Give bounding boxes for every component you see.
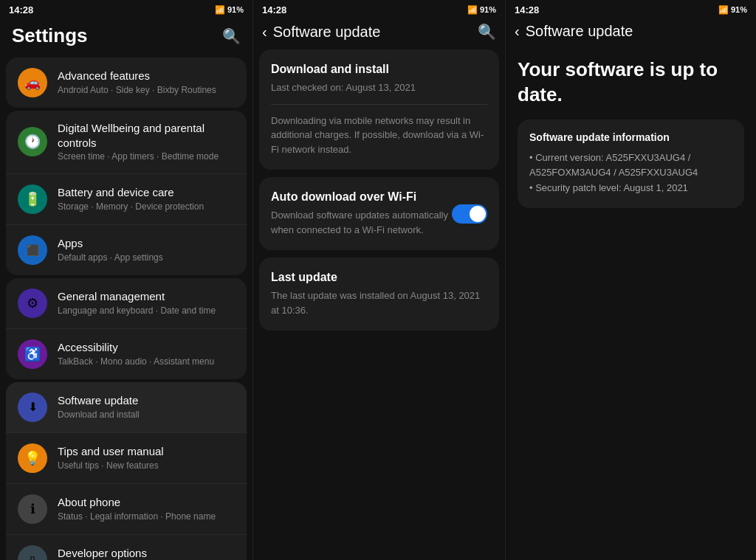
accessibility-title: Accessibility (58, 340, 235, 355)
battery-title: Battery and device care (58, 185, 235, 200)
settings-item-about[interactable]: ℹ About phone Status · Legal information… (6, 484, 247, 535)
advanced-features-icon: 🚗 (18, 68, 47, 97)
settings-item-battery[interactable]: 🔋 Battery and device care Storage · Memo… (6, 174, 247, 225)
settings-header: Settings 🔍 (0, 18, 252, 55)
general-management-title: General management (58, 289, 235, 304)
about-title: About phone (58, 495, 235, 510)
status-icons-2: 📶 91% (467, 5, 496, 15)
tips-subtitle: Useful tips · New features (58, 460, 235, 472)
time-3: 14:28 (515, 4, 539, 15)
settings-item-general-management[interactable]: ⚙ General management Language and keyboa… (6, 278, 247, 329)
uptodate-header-title: Software update (526, 23, 633, 40)
info-line-3: • Security patch level: August 1, 2021 (529, 181, 732, 196)
uptodate-main: Your software is up to date. Software up… (506, 46, 756, 220)
battery-subtitle: Storage · Memory · Device protection (58, 201, 235, 213)
uptodate-panel: 14:28 📶 91% ‹ Software update Your softw… (505, 0, 756, 560)
developer-title: Developer options (58, 546, 235, 560)
advanced-features-subtitle: Android Auto · Side key · Bixby Routines (58, 85, 235, 97)
auto-download-subtitle: Download software updates automatically … (271, 208, 452, 237)
software-update-title: Software update (58, 393, 235, 408)
uptodate-message: Your software is up to date. (518, 58, 744, 108)
software-update-icon: ⬇ (18, 393, 47, 422)
digital-wellbeing-subtitle: Screen time · App timers · Bedtime mode (58, 151, 235, 163)
settings-item-accessibility[interactable]: ♿ Accessibility TalkBack · Mono audio · … (6, 329, 247, 379)
settings-item-digital-wellbeing[interactable]: 🕐 Digital Wellbeing and parental control… (6, 111, 247, 174)
about-icon: ℹ (18, 494, 47, 524)
settings-group-wellbeing: 🕐 Digital Wellbeing and parental control… (6, 111, 247, 275)
uptodate-info-card: Software update information • Current ve… (518, 120, 744, 208)
settings-item-developer[interactable]: {} Developer options Developer options (6, 535, 247, 560)
divider-1 (271, 104, 487, 105)
time-2: 14:28 (262, 4, 286, 15)
general-management-icon: ⚙ (18, 288, 47, 318)
status-icons-1: 📶 91% (215, 5, 244, 15)
developer-icon: {} (18, 545, 47, 560)
back-button-sw[interactable]: ‹ (262, 24, 267, 41)
auto-download-toggle[interactable] (452, 204, 487, 224)
download-install-title: Download and install (271, 63, 487, 76)
uptodate-info-heading: Software update information (529, 131, 732, 143)
apps-subtitle: Default apps · App settings (58, 252, 235, 264)
sw-update-header: ‹ Software update 🔍 (253, 18, 505, 44)
sw-cards-container: Download and install Last checked on: Au… (253, 44, 505, 336)
status-bar-1: 14:28 📶 91% (0, 0, 252, 18)
settings-group-advanced: 🚗 Advanced features Android Auto · Side … (6, 58, 247, 108)
status-bar-2: 14:28 📶 91% (253, 0, 505, 18)
search-button[interactable]: 🔍 (222, 27, 241, 45)
settings-list: 🚗 Advanced features Android Auto · Side … (0, 55, 252, 560)
settings-item-software-update[interactable]: ⬇ Software update Download and install (6, 382, 247, 433)
back-button-uptodate[interactable]: ‹ (515, 23, 520, 40)
general-management-subtitle: Language and keyboard · Date and time (58, 305, 235, 317)
settings-group-management: ⚙ General management Language and keyboa… (6, 278, 247, 379)
info-line-2: A525FOXM3AUG4 / A525FXXU3AUG4 (529, 165, 732, 181)
battery-icon: 🔋 (18, 184, 47, 214)
uptodate-info-text: • Current version: A525FXXU3AUG4 / A525F… (529, 151, 732, 196)
about-subtitle: Status · Legal information · Phone name (58, 511, 235, 523)
search-sw-button[interactable]: 🔍 (478, 23, 496, 41)
settings-title: Settings (12, 24, 88, 47)
accessibility-icon: ♿ (18, 339, 47, 369)
accessibility-subtitle: TalkBack · Mono audio · Assistant menu (58, 356, 235, 368)
auto-download-title: Auto download over Wi-Fi (271, 190, 452, 204)
last-update-title: Last update (271, 271, 487, 284)
status-icons-3: 📶 91% (718, 4, 747, 15)
settings-item-tips[interactable]: 💡 Tips and user manual Useful tips · New… (6, 433, 247, 484)
apps-icon: ⬛ (18, 235, 47, 265)
digital-wellbeing-title: Digital Wellbeing and parental controls (58, 121, 235, 150)
software-update-subtitle: Download and install (58, 409, 235, 421)
settings-item-advanced-features[interactable]: 🚗 Advanced features Android Auto · Side … (6, 58, 247, 108)
settings-item-apps[interactable]: ⬛ Apps Default apps · App settings (6, 225, 247, 275)
advanced-features-title: Advanced features (58, 69, 235, 83)
software-update-panel: 14:28 📶 91% ‹ Software update 🔍 Download… (252, 0, 505, 560)
settings-group-system: ⬇ Software update Download and install 💡… (6, 382, 247, 560)
tips-icon: 💡 (18, 443, 47, 473)
tips-title: Tips and user manual (58, 444, 235, 459)
time-1: 14:28 (9, 4, 33, 15)
settings-panel: 14:28 📶 91% Settings 🔍 🚗 Advanced featur… (0, 0, 252, 560)
apps-title: Apps (58, 236, 235, 251)
download-install-extra: Downloading via mobile networks may resu… (271, 114, 487, 157)
last-update-card: Last update The last update was installe… (259, 257, 499, 331)
digital-wellbeing-icon: 🕐 (18, 127, 47, 156)
info-line-1: • Current version: A525FXXU3AUG4 / (529, 151, 732, 166)
uptodate-header: ‹ Software update (506, 18, 756, 46)
sw-update-title: Software update (273, 24, 381, 41)
download-install-card[interactable]: Download and install Last checked on: Au… (259, 49, 499, 170)
download-install-checked: Last checked on: August 13, 2021 (271, 80, 487, 95)
last-update-subtitle: The last update was installed on August … (271, 288, 487, 317)
status-bar-3: 14:28 📶 91% (506, 0, 756, 18)
auto-download-card: Auto download over Wi-Fi Download softwa… (259, 177, 499, 250)
